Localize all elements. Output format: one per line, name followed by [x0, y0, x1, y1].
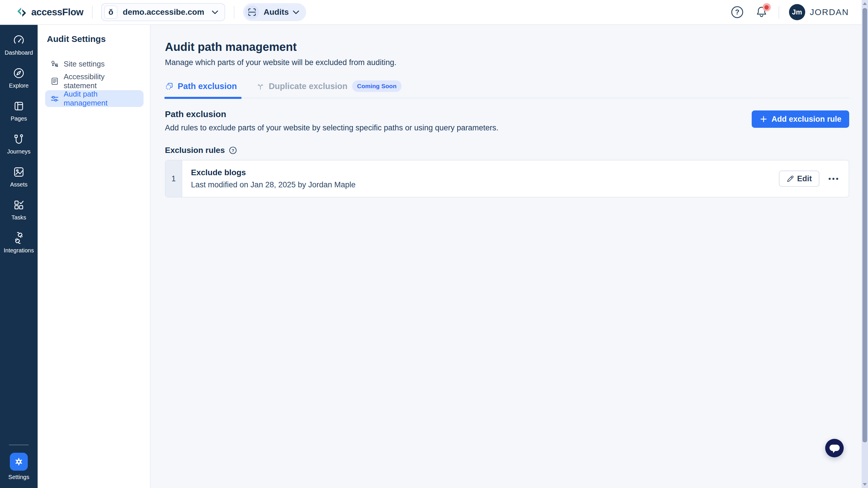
document-icon	[50, 77, 59, 86]
rule-controls: Edit	[779, 160, 848, 197]
notification-badge	[763, 3, 771, 11]
sidebar-item-pages[interactable]: Pages	[0, 99, 38, 122]
sidebar-item-explore[interactable]: Explore	[0, 66, 38, 89]
explore-compass-icon	[12, 66, 26, 80]
rule-meta: Last modified on Jan 28, 2025 by Jordan …	[191, 181, 770, 189]
header-divider	[779, 6, 779, 19]
tab-bar: Path exclusion Duplicate exclusion Comin…	[165, 80, 849, 98]
svg-text:?: ?	[735, 8, 739, 16]
section-title: Path exclusion	[165, 109, 498, 119]
edit-rule-button[interactable]: Edit	[779, 170, 819, 187]
help-button[interactable]: ?	[731, 5, 744, 19]
section-header: Path exclusion Add rules to exclude part…	[165, 109, 849, 132]
rule-index: 1	[165, 160, 182, 197]
sidebar-item-journeys[interactable]: Journeys	[0, 132, 38, 155]
page-subtitle: Manage which parts of your website will …	[165, 58, 849, 67]
tab-label: Path exclusion	[178, 82, 237, 91]
rail-bottom: Settings	[0, 445, 38, 488]
tab-label: Duplicate exclusion	[269, 82, 347, 91]
sidebar-item-label: Site settings	[64, 60, 105, 68]
selection-square-icon	[165, 82, 174, 91]
main-content: Audit path management Manage which parts…	[151, 25, 868, 488]
sidebar-item-label: Accessibility statement	[64, 72, 138, 90]
question-circle-icon[interactable]: ?	[228, 146, 237, 155]
notifications-button[interactable]	[755, 6, 768, 19]
pages-layout-icon	[12, 99, 26, 113]
more-options-button[interactable]	[828, 175, 839, 183]
top-header: accessFlow ŏ demo.accessibe.com Audits	[0, 0, 868, 25]
sidebar-item-dashboard[interactable]: Dashboard	[0, 34, 38, 56]
scrollbar-up-arrow[interactable]	[863, 2, 867, 5]
tab-path-exclusion[interactable]: Path exclusion	[165, 82, 237, 91]
chat-bubble-icon	[825, 439, 844, 457]
avatar: Jm	[789, 4, 805, 20]
settings-label: Settings	[8, 474, 29, 481]
sidebar-item-accessibility-statement[interactable]: Accessibility statement	[45, 73, 144, 90]
sidebar-item-integrations[interactable]: Integrations	[0, 231, 38, 254]
site-selector-value: demo.accessibe.com	[123, 7, 204, 17]
header-divider	[234, 6, 235, 19]
brand-name: accessFlow	[31, 7, 83, 18]
help-question-icon: ?	[731, 5, 744, 19]
rules-heading-row: Exclusion rules ?	[165, 146, 849, 155]
chevron-down-icon	[212, 10, 218, 14]
add-exclusion-rule-button[interactable]: Add exclusion rule	[752, 110, 849, 128]
scrollbar-down-arrow[interactable]	[863, 483, 867, 486]
dashboard-gauge-icon	[12, 34, 26, 47]
sidebar-item-tasks[interactable]: Tasks	[0, 198, 38, 221]
primary-nav-rail: Dashboard Explore Page	[0, 25, 38, 488]
exclusion-rule-row: 1 Exclude blogs Last modified on Jan 28,…	[165, 160, 849, 197]
page-title: Audit path management	[165, 40, 849, 54]
coming-soon-badge: Coming Soon	[352, 80, 401, 92]
chat-widget-button[interactable]	[825, 439, 844, 457]
page-scrollbar[interactable]	[862, 0, 868, 488]
rail-divider	[9, 445, 29, 445]
scan-icon	[245, 5, 259, 19]
gear-icon	[13, 456, 24, 467]
audits-selector-dropdown[interactable]: Audits	[243, 3, 306, 21]
split-arrow-icon	[256, 82, 265, 91]
settings-nav-title: Audit Settings	[47, 34, 144, 44]
header-divider	[92, 6, 93, 19]
key-icon	[50, 60, 59, 68]
sidebar-item-site-settings[interactable]: Site settings	[45, 56, 144, 72]
sidebar-item-assets[interactable]: Assets	[0, 165, 38, 188]
pencil-icon	[786, 175, 794, 183]
rule-name: Exclude blogs	[191, 168, 770, 177]
site-selector-dropdown[interactable]: ŏ demo.accessibe.com	[101, 3, 225, 21]
tab-duplicate-exclusion[interactable]: Duplicate exclusion Coming Soon	[256, 80, 402, 92]
rule-body: Exclude blogs Last modified on Jan 28, 2…	[182, 160, 779, 197]
settings-sidebar: Audit Settings Site settings	[38, 25, 151, 488]
tasks-check-icon	[12, 198, 26, 212]
rules-heading: Exclusion rules	[165, 146, 225, 155]
chevron-down-icon	[293, 10, 299, 14]
settings-button[interactable]	[10, 453, 28, 470]
assets-image-icon	[12, 165, 26, 178]
plus-icon	[760, 115, 768, 123]
sidebar-item-audit-path-management[interactable]: Audit path management	[45, 90, 144, 107]
sliders-icon	[50, 94, 59, 103]
section-description: Add rules to exclude parts of your websi…	[165, 124, 498, 132]
site-favicon: ŏ	[104, 5, 118, 19]
audits-selector-label: Audits	[264, 7, 289, 17]
app-window: accessFlow ŏ demo.accessibe.com Audits	[0, 0, 868, 488]
journeys-route-icon	[12, 132, 26, 146]
user-name: JORDAN	[810, 7, 849, 17]
integrations-plug-icon	[12, 231, 26, 245]
brand-logo[interactable]: accessFlow	[16, 7, 83, 18]
sidebar-item-label: Audit path management	[64, 90, 138, 107]
svg-text:?: ?	[231, 148, 234, 153]
scrollbar-thumb[interactable]	[863, 8, 867, 442]
user-menu[interactable]: Jm JORDAN	[789, 4, 849, 20]
brand-diamond-icon	[16, 7, 27, 18]
